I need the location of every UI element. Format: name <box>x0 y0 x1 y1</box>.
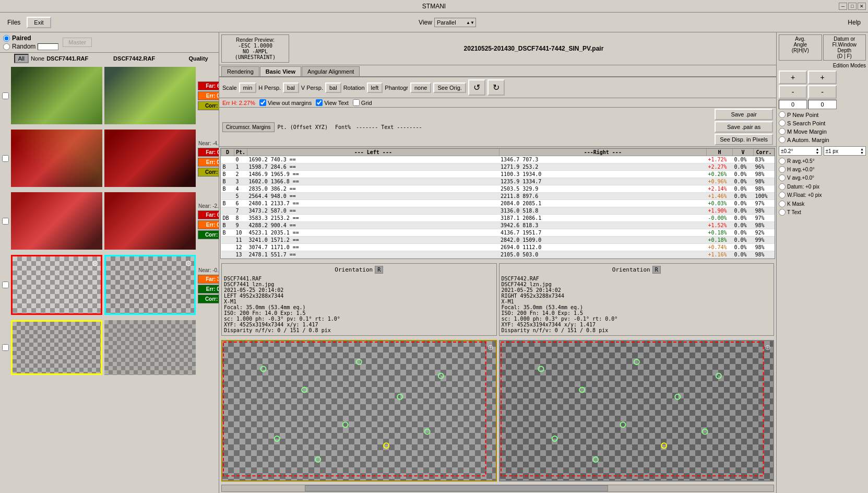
orientation-r-badge-right[interactable]: R <box>652 266 661 274</box>
angle-spinner[interactable]: ±0.2° ▲ ▼ <box>779 146 822 156</box>
row2-checkbox[interactable] <box>2 155 9 162</box>
t-text-radio[interactable]: T Text <box>779 209 866 216</box>
table-row[interactable]: B11598.7 284.6 ==1271.9 253.2+2.27%0.0%9… <box>221 163 775 171</box>
exit-button[interactable]: Exit <box>27 17 51 28</box>
random-input[interactable] <box>38 43 58 50</box>
thumb-left-3[interactable] <box>11 192 102 250</box>
view-select[interactable]: Parallel <box>434 18 476 27</box>
preview-right[interactable]: ⊕ <box>499 340 775 482</box>
paired-radio-label[interactable]: Paired <box>3 34 58 42</box>
see-orig-btn[interactable]: See Orig. <box>433 83 466 93</box>
see-disp-btn[interactable]: See Disp. in Pixels <box>715 134 773 145</box>
table-row[interactable]: B94288.2 900.4 ==3942.6 818.3+1.52%0.0%9… <box>221 222 775 229</box>
s-search-point-radio[interactable]: S Search Point <box>779 120 866 126</box>
near-label-2: Near: -4.6% <box>198 140 219 147</box>
table-row[interactable]: 123074.7 1171.0 ==2694.0 1112.0+0.74%0.0… <box>221 244 775 251</box>
save-pair-btn[interactable]: Save .pair <box>715 109 773 120</box>
p-new-point-radio[interactable]: P New Point <box>779 111 866 118</box>
col1-header: DSCF7441.RAF <box>46 55 88 62</box>
row1-checkbox[interactable] <box>2 92 9 99</box>
thumb-right-3[interactable] <box>104 192 196 250</box>
table-row[interactable]: B42835.0 386.2 ==2503.5 329.9+2.14%0.0%9… <box>221 185 775 193</box>
tab-rendering[interactable]: Rendering <box>221 66 259 76</box>
datum-minus-btn[interactable]: - <box>808 85 836 99</box>
table-row[interactable]: 113241.0 1571.2 ==2842.0 1509.0+0.18%0.0… <box>221 237 775 244</box>
master-button: Master <box>63 38 92 47</box>
avg-plus-btn[interactable]: + <box>779 71 807 84</box>
thumb-left-1[interactable] <box>11 67 102 124</box>
v-avg-radio[interactable]: V avg.+0.0° <box>779 174 866 181</box>
view-text-check[interactable]: View Text <box>316 99 349 106</box>
thumb-left-5[interactable] <box>11 320 102 375</box>
table-row[interactable]: 01690.2 740.3 ==1346.7 707.3+1.72%0.0%83… <box>221 156 775 163</box>
scale-min-btn[interactable]: min <box>239 83 257 93</box>
table-row[interactable]: 52564.4 948.0 ==2211.8 897.6+1.46%0.0%10… <box>221 193 775 200</box>
col-pt: Pt. <box>234 149 247 156</box>
close-btn[interactable]: ✕ <box>858 3 866 10</box>
v-persp-label: V Persp. <box>301 85 323 91</box>
datum-radio[interactable]: Datum: +0 pix <box>779 183 866 190</box>
h-persp-bal-btn[interactable]: bal <box>283 83 299 93</box>
thumb-right-4[interactable]: ⚙ <box>104 255 196 315</box>
thumb-right-1[interactable] <box>104 67 196 124</box>
scroll-icon-left: ⊕ <box>487 343 494 351</box>
k-mask-radio[interactable]: K Mask <box>779 201 866 207</box>
paired-radio[interactable] <box>3 35 10 42</box>
random-radio[interactable] <box>3 43 10 50</box>
col-v: V <box>733 149 754 156</box>
px-spinner[interactable]: ±1 px ▲ ▼ <box>824 146 866 156</box>
quality-bar-err-1: Err: 0.1% <box>198 91 219 100</box>
table-row[interactable]: B21486.9 1965.9 ==1100.3 1934.0+0.26%0.0… <box>221 171 775 178</box>
circumscr-margins-btn[interactable]: Circumscr. Margins <box>222 122 275 132</box>
table-row[interactable]: B31602.0 1366.8 ==1235.9 1334.7+0.96%0.0… <box>221 178 775 185</box>
preview-left[interactable]: ⊕ <box>221 340 497 482</box>
save-pair-as-btn[interactable]: Save .pair as <box>715 121 773 133</box>
maximize-btn[interactable]: □ <box>848 3 857 10</box>
avg-minus-btn[interactable]: - <box>779 85 807 99</box>
table-row[interactable]: DB83583.3 2153.2 ==3187.1 2086.1-0.00%0.… <box>221 215 775 222</box>
font-pct-label: Font% <box>335 124 351 130</box>
table-row[interactable]: B104523.1 2035.1 ==4136.7 1951.7+0.18%0.… <box>221 229 775 237</box>
all-button[interactable]: All <box>14 54 29 63</box>
thumb-right-2[interactable] <box>104 130 196 187</box>
avg-zero-input[interactable] <box>779 100 807 109</box>
thumb-left-4[interactable]: ⚙ <box>11 255 102 315</box>
view-margins-check[interactable]: View out margins <box>259 99 312 106</box>
col-d: D <box>221 149 234 156</box>
quality-bar-corr-4: Corr: 83% <box>198 295 219 303</box>
datum-zero-input[interactable] <box>808 100 836 109</box>
thumb-left-2[interactable] <box>11 130 102 187</box>
datum-plus-btn[interactable]: + <box>808 71 836 84</box>
table-row[interactable]: B62480.1 2133.7 ==2084.0 2085.1+0.03%0.0… <box>221 200 775 207</box>
quality-bar-far-3: Far: 0.1% <box>198 210 219 219</box>
row3-checkbox[interactable] <box>2 218 9 225</box>
rotate-cw-btn[interactable]: ↻ <box>487 79 505 96</box>
menu-files[interactable]: Files <box>3 18 25 27</box>
tab-angular-alignment[interactable]: Angular Alignment <box>302 66 360 76</box>
table-row[interactable]: 73473.2 587.0 ==3136.0 518.8+1.90%0.0%98… <box>221 207 775 215</box>
r-avg-radio[interactable]: R avg.+0.5° <box>779 158 866 165</box>
h-persp-label: H Persp. <box>258 85 281 91</box>
row4-checkbox[interactable] <box>2 281 9 288</box>
menu-help[interactable]: Help <box>843 18 865 27</box>
scroll-icon-right: ⊕ <box>765 343 771 351</box>
random-radio-label[interactable]: Random <box>3 43 58 50</box>
minimize-btn[interactable]: ─ <box>839 3 847 10</box>
row5-checkbox[interactable] <box>2 344 9 351</box>
phantogr-none-btn[interactable]: none <box>410 83 431 93</box>
col-corr: Corr. <box>754 149 775 156</box>
a-autom-margin-radio[interactable]: A Autom. Margin <box>779 136 866 143</box>
wfloat-radio[interactable]: W.Float: +0 pix <box>779 192 866 198</box>
h-scrollbar[interactable] <box>221 485 774 492</box>
rotate-ccw-btn[interactable]: ↺ <box>468 79 485 96</box>
table-row[interactable]: 132478.1 551.7 ==2105.0 503.0+1.16%0.0%9… <box>221 251 775 259</box>
tab-basic-view[interactable]: Basic View <box>260 66 301 76</box>
rotation-left-btn[interactable]: left <box>367 83 383 93</box>
m-move-margin-radio[interactable]: M Move Margin <box>779 128 866 135</box>
h-avg-radio[interactable]: H avg.+0.0° <box>779 166 866 173</box>
v-persp-bal-btn[interactable]: bal <box>325 83 341 93</box>
thumb-right-5[interactable] <box>104 320 196 375</box>
orientation-r-badge-left[interactable]: R <box>375 266 383 274</box>
grid-check[interactable]: Grid <box>353 99 372 106</box>
quality-bar-corr-3: Corr: 85% <box>198 230 219 239</box>
